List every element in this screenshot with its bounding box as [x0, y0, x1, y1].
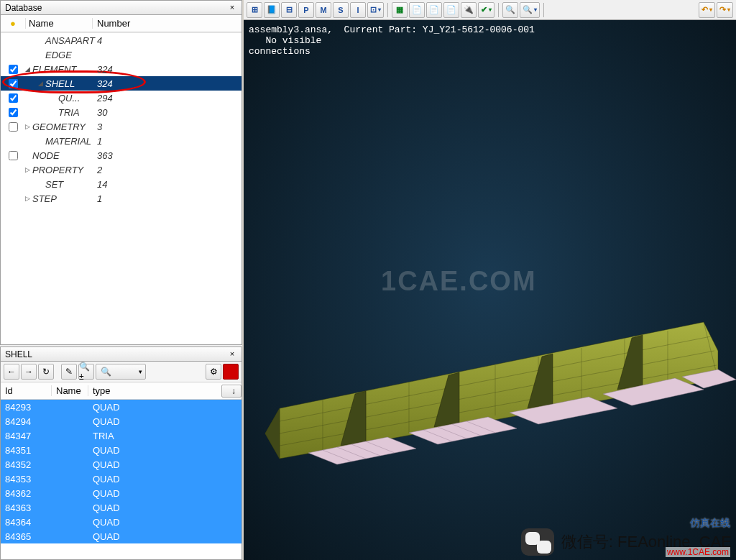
window-layout-button[interactable]: ⊞ [247, 2, 262, 18]
tree-row-set[interactable]: SET14 [1, 177, 242, 191]
redo-button[interactable]: ↷ [717, 2, 733, 18]
panel-button[interactable]: ⊡ [367, 2, 384, 18]
zoom-button[interactable]: 🔍± [78, 364, 94, 380]
cell-id: 84293 [1, 402, 51, 413]
expand-icon[interactable]: ▷ [25, 166, 32, 173]
check-button[interactable]: ✔ [478, 2, 494, 18]
tree-row-step[interactable]: ▷STEP1 [1, 191, 242, 206]
cell-id: 84351 [1, 445, 51, 456]
database-panel: Database × ● Name Number ANSAPART4EDGE◢E… [0, 0, 242, 345]
tree-row-node[interactable]: NODE363 [1, 148, 242, 162]
refresh-button[interactable]: ↻ [38, 364, 54, 380]
row-name: NODE [32, 150, 60, 161]
p-button[interactable]: P [298, 2, 314, 18]
cell-type: QUAD [88, 416, 242, 427]
row-name: SET [45, 179, 63, 190]
column-name[interactable]: Name [25, 18, 93, 29]
stop-button[interactable] [223, 364, 239, 380]
tree-row-element[interactable]: ◢ELEMENT324 [1, 62, 242, 76]
checkbox[interactable] [9, 93, 18, 103]
table-row[interactable]: 84293QUAD [1, 400, 242, 414]
column-id[interactable]: Id [1, 385, 51, 396]
connect-button[interactable]: 🔌 [461, 2, 477, 18]
zoom-in-button[interactable]: 🔍 [502, 2, 518, 18]
cell-type: QUAD [88, 402, 242, 413]
table-row[interactable]: 84353QUAD [1, 472, 242, 486]
row-checkbox[interactable] [1, 93, 25, 103]
search-combo[interactable]: 🔍 [96, 364, 146, 380]
zoom-out-button[interactable]: 🔍 [520, 2, 540, 18]
tree-row-edge[interactable]: EDGE [1, 47, 242, 62]
column-type[interactable]: type [88, 385, 221, 396]
expand-icon[interactable]: ▷ [25, 123, 32, 130]
cell-id: 84347 [1, 431, 51, 441]
row-number: 324 [97, 64, 113, 75]
undo-button[interactable]: ↶ [699, 2, 715, 18]
split-button[interactable]: ⊟ [281, 2, 297, 18]
row-checkbox[interactable] [1, 65, 25, 74]
tree-row-shell[interactable]: ◢SHELL324 [1, 76, 242, 91]
table-row[interactable]: 84351QUAD [1, 443, 242, 457]
table-row[interactable]: 84362QUAD [1, 486, 242, 500]
row-number: 324 [97, 78, 113, 89]
table-row[interactable]: 84364QUAD [1, 515, 242, 529]
tree-row-material[interactable]: MATERIAL1 [1, 134, 242, 148]
row-checkbox[interactable] [1, 151, 25, 160]
cell-type: QUAD [88, 488, 242, 499]
console-text: assembly3.ansa, Current Part: YJ_Y21-561… [249, 24, 535, 57]
row-name: ANSAPART [45, 35, 95, 46]
expand-icon[interactable]: ◢ [38, 80, 45, 87]
tree-header: ● Name Number [1, 15, 242, 32]
row-name: QU... [58, 93, 80, 104]
table-row[interactable]: 84347TRIA [1, 428, 242, 443]
table-row[interactable]: 84363QUAD [1, 500, 242, 515]
erase-button[interactable]: ✎ [61, 364, 77, 380]
tree-row-property[interactable]: ▷PROPERTY2 [1, 162, 242, 177]
expand-icon[interactable]: ◢ [25, 65, 32, 73]
cell-type: QUAD [88, 459, 242, 470]
column-name[interactable]: Name [51, 385, 88, 396]
tree-row-tria[interactable]: TRIA30 [1, 105, 242, 119]
i-button[interactable]: I [350, 2, 366, 18]
checkbox[interactable] [9, 65, 18, 74]
tree-row-ansapart[interactable]: ANSAPART4 [1, 33, 242, 47]
table-row[interactable]: 84294QUAD [1, 414, 242, 428]
separator [543, 3, 544, 17]
checkbox[interactable] [9, 151, 18, 160]
expand-icon[interactable]: ▷ [25, 195, 32, 202]
row-checkbox[interactable] [1, 122, 25, 132]
grid-body: 84293QUAD84294QUAD84347TRIA84351QUAD8435… [1, 400, 242, 559]
s-button[interactable]: S [333, 2, 349, 18]
close-icon[interactable]: × [227, 3, 237, 13]
shell-panel: SHELL × ← → ↻ ✎ 🔍± 🔍 ⚙ Id Name type ↓ 84… [0, 346, 242, 560]
add-button[interactable]: ▦ [392, 2, 408, 18]
table-row[interactable]: 84365QUAD [1, 529, 242, 543]
back-button[interactable]: ← [4, 364, 19, 380]
m-button[interactable]: M [316, 2, 331, 18]
database-title-bar: Database × [1, 1, 242, 15]
column-sort-button[interactable]: ↓ [221, 385, 242, 398]
doc1-button[interactable]: 📄 [409, 2, 425, 18]
row-checkbox[interactable] [1, 108, 25, 117]
row-number: 4 [97, 35, 102, 46]
doc2-button[interactable]: 📄 [426, 2, 442, 18]
tree-row-qu[interactable]: QU...294 [1, 91, 242, 105]
overlay-url: www.1CAE.com [666, 547, 730, 557]
close-icon[interactable]: × [227, 349, 237, 359]
tree-row-geometry[interactable]: ▷GEOMETRY3 [1, 119, 242, 134]
table-row[interactable]: 84352QUAD [1, 457, 242, 472]
row-name: SHELL [45, 78, 75, 89]
cell-type: QUAD [88, 531, 242, 542]
checkbox[interactable] [9, 122, 18, 132]
open-button[interactable]: 📘 [264, 2, 280, 18]
checkbox[interactable] [9, 79, 18, 88]
shell-title: SHELL [5, 349, 32, 359]
row-checkbox[interactable] [1, 79, 25, 88]
settings-button[interactable]: ⚙ [206, 364, 221, 380]
cell-type: QUAD [88, 517, 242, 528]
doc3-button[interactable]: 📄 [443, 2, 459, 18]
column-number[interactable]: Number [93, 18, 130, 29]
forward-button[interactable]: → [21, 364, 37, 380]
checkbox[interactable] [9, 108, 18, 117]
bulb-icon[interactable]: ● [1, 18, 25, 29]
